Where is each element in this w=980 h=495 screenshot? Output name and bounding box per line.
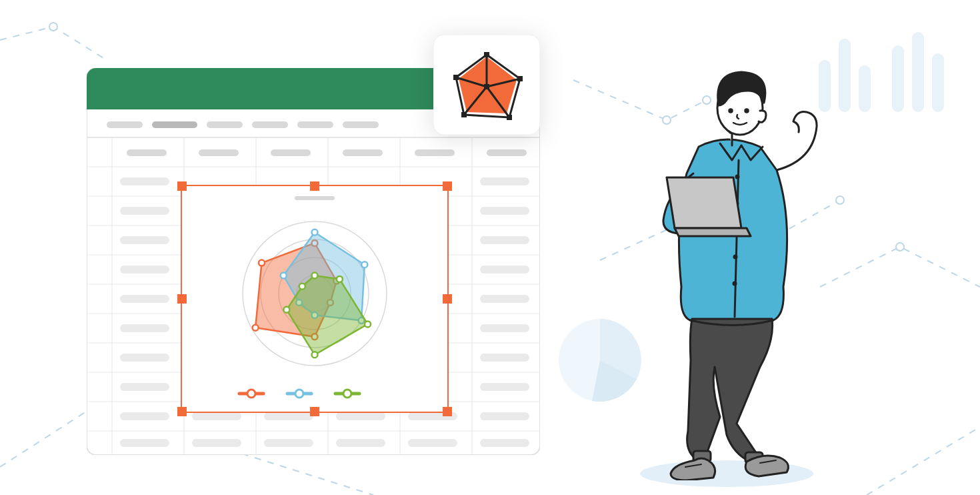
svg-rect-42: [271, 149, 311, 156]
svg-point-102: [281, 273, 287, 279]
svg-point-107: [312, 352, 318, 358]
svg-rect-124: [484, 52, 489, 57]
illustration-stage: [0, 0, 980, 495]
svg-rect-71: [264, 439, 313, 447]
svg-rect-19: [207, 121, 243, 128]
svg-point-97: [312, 229, 318, 235]
svg-rect-59: [480, 266, 529, 274]
svg-rect-9: [859, 65, 871, 112]
svg-point-113: [295, 390, 303, 398]
svg-rect-126: [507, 115, 512, 120]
svg-point-106: [365, 321, 371, 327]
svg-rect-62: [480, 354, 529, 362]
svg-rect-18: [152, 121, 197, 128]
svg-rect-41: [199, 149, 239, 156]
svg-point-104: [312, 273, 318, 279]
svg-rect-79: [177, 294, 187, 304]
svg-rect-58: [480, 236, 529, 244]
svg-rect-60: [480, 295, 529, 303]
svg-rect-43: [343, 149, 383, 156]
svg-rect-11: [912, 32, 924, 112]
svg-point-109: [299, 284, 305, 290]
svg-rect-129: [484, 84, 489, 89]
svg-rect-22: [343, 121, 379, 128]
svg-point-98: [361, 262, 367, 268]
radar-chart-panel[interactable]: [175, 179, 455, 419]
svg-rect-61: [480, 324, 529, 332]
svg-rect-53: [120, 383, 169, 391]
svg-rect-80: [443, 294, 452, 304]
svg-rect-128: [453, 75, 459, 80]
svg-rect-81: [177, 407, 187, 416]
svg-rect-48: [120, 236, 169, 244]
svg-rect-55: [120, 439, 169, 447]
svg-point-0: [49, 23, 57, 31]
svg-rect-44: [415, 149, 455, 156]
svg-rect-51: [120, 324, 169, 332]
svg-point-135: [733, 282, 736, 285]
svg-rect-73: [408, 439, 457, 447]
svg-rect-21: [297, 121, 333, 128]
svg-point-115: [343, 390, 351, 398]
svg-point-138: [745, 109, 749, 113]
svg-rect-78: [443, 181, 452, 191]
svg-rect-50: [120, 295, 169, 303]
svg-point-108: [283, 307, 289, 313]
svg-rect-125: [517, 76, 523, 81]
svg-rect-47: [120, 207, 169, 215]
chart-type-card[interactable]: [433, 35, 540, 135]
svg-point-131: [736, 175, 739, 178]
svg-rect-40: [127, 149, 167, 156]
svg-rect-72: [336, 439, 385, 447]
svg-rect-76: [177, 181, 187, 191]
svg-point-95: [259, 260, 265, 266]
svg-rect-49: [120, 266, 169, 274]
svg-rect-46: [120, 177, 169, 185]
svg-point-137: [729, 109, 733, 113]
svg-rect-127: [461, 112, 467, 117]
svg-point-105: [337, 276, 343, 282]
svg-rect-77: [310, 181, 319, 191]
svg-rect-12: [932, 53, 944, 112]
svg-rect-17: [107, 121, 143, 128]
svg-rect-56: [480, 177, 529, 185]
svg-rect-83: [443, 407, 452, 416]
svg-point-94: [253, 325, 259, 331]
svg-point-6: [896, 243, 904, 251]
svg-point-134: [734, 256, 737, 258]
svg-rect-52: [120, 354, 169, 362]
svg-rect-70: [192, 439, 241, 447]
person-illustration: [627, 53, 853, 480]
svg-rect-82: [310, 407, 319, 416]
svg-rect-84: [295, 196, 335, 200]
svg-rect-54: [120, 412, 169, 420]
svg-rect-65: [480, 439, 529, 447]
svg-rect-57: [480, 207, 529, 215]
svg-rect-45: [487, 149, 527, 156]
svg-rect-64: [480, 412, 529, 420]
svg-rect-63: [480, 383, 529, 391]
svg-rect-10: [892, 45, 904, 112]
svg-rect-20: [252, 121, 288, 128]
svg-point-111: [247, 390, 255, 398]
